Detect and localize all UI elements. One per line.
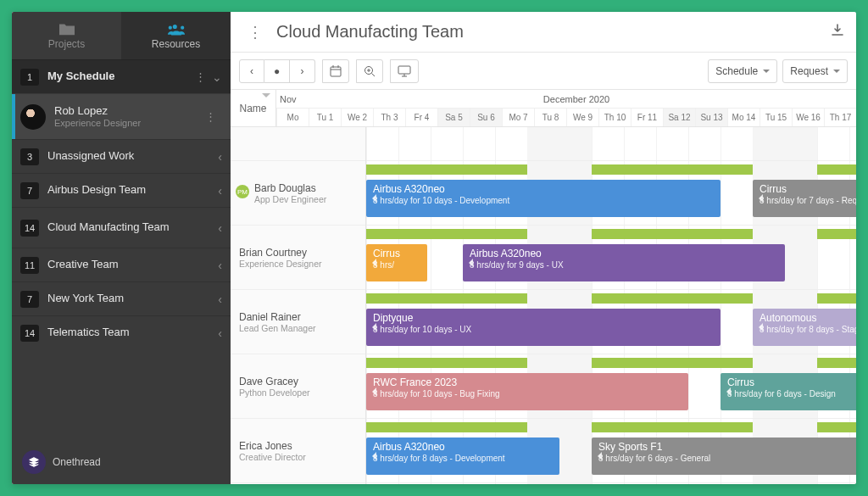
more-icon[interactable]: ⋮ xyxy=(205,110,217,123)
name-column-header[interactable]: Name xyxy=(231,90,276,126)
next-button[interactable]: › xyxy=(290,59,315,83)
availability-strip xyxy=(592,229,753,239)
day-header: Sa 5 xyxy=(437,109,470,126)
day-header: We 9 xyxy=(566,109,598,126)
page-title: Cloud Manufacting Team xyxy=(276,22,464,42)
resource-name-cell[interactable]: PMBarb DouglasApp Dev Engineer xyxy=(231,161,365,226)
prev-button[interactable]: ‹ xyxy=(239,59,264,83)
task-bar[interactable]: Airbus A320neo8 hrs/day for 10 days - De… xyxy=(366,180,721,217)
timeline-lane[interactable]: Diptyque8 hrs/day for 10 days - UXAutono… xyxy=(366,290,856,354)
badge: 14 xyxy=(20,220,39,237)
timeline-lane[interactable]: Airbus A320neo8 hrs/day for 8 days - Dev… xyxy=(366,419,856,483)
task-sub: 8 hrs/day for 7 days - Require xyxy=(760,196,856,206)
availability-strip xyxy=(366,422,527,432)
sidebar-item-label: Telematics Team xyxy=(47,326,218,339)
more-icon[interactable]: ⋮ xyxy=(242,23,268,42)
resource-name: Dave Gracey xyxy=(239,376,357,387)
tab-projects[interactable]: Projects xyxy=(12,12,121,59)
sidebar-item-label: Cloud Manufacting Team xyxy=(47,221,218,234)
badge: 11 xyxy=(20,257,39,274)
tab-projects-label: Projects xyxy=(48,38,85,50)
download-icon[interactable] xyxy=(831,24,844,41)
task-sub: 8 hrs/day for 10 days - Development xyxy=(373,196,714,206)
more-icon[interactable]: ⋮ xyxy=(195,70,207,83)
task-label: Cirrus xyxy=(727,377,856,389)
task-label: Sky Sports F1 xyxy=(598,442,856,454)
availability-strip xyxy=(592,293,753,304)
task-sub: 8 hrs/day for 6 days - General xyxy=(598,454,856,464)
resource-name: Erica Jones xyxy=(239,440,357,452)
task-label: RWC France 2023 xyxy=(373,377,682,389)
task-bar[interactable]: Airbus A320neo8 hrs/day for 9 days - UX xyxy=(463,244,785,281)
sidebar-item-creative[interactable]: 11 Creative Team ‹ xyxy=(12,248,231,281)
timeline-lane[interactable]: Cirrus8 hrs/Airbus A320neo8 hrs/day for … xyxy=(366,226,856,290)
day-header: Fr 4 xyxy=(405,109,437,126)
sidebar-item-newyork[interactable]: 7 New York Team ‹ xyxy=(12,281,231,315)
svg-rect-8 xyxy=(398,66,410,74)
task-bar[interactable]: Autonomous8 hrs/day for 8 days - Staging xyxy=(753,309,856,346)
my-schedule-label: My Schedule xyxy=(47,70,195,83)
task-label: Autonomous xyxy=(760,313,856,325)
resource-name-cell[interactable]: Erica JonesCreative Director xyxy=(231,419,365,483)
tab-resources[interactable]: Resources xyxy=(121,12,231,59)
task-bar[interactable]: Diptyque8 hrs/day for 10 days - UX xyxy=(366,309,721,346)
task-bar[interactable]: Cirrus8 hrs/day for 6 days - Design xyxy=(721,373,856,410)
availability-strip xyxy=(817,229,856,239)
task-bar[interactable]: Cirrus8 hrs/day for 7 days - Require xyxy=(753,180,856,217)
display-button[interactable] xyxy=(390,59,419,83)
task-label: Airbus A320neo xyxy=(470,248,778,260)
request-dropdown[interactable]: Request xyxy=(782,59,848,83)
task-label: Cirrus xyxy=(373,248,420,260)
day-header: Mo 14 xyxy=(727,109,760,126)
chevron-left-icon: ‹ xyxy=(218,221,222,235)
task-sub: 8 hrs/day for 10 days - Bug Fixing xyxy=(373,389,682,399)
task-sub: 8 hrs/day for 9 days - UX xyxy=(470,260,778,270)
chevron-down-icon[interactable]: ⌄ xyxy=(212,70,222,84)
day-header: Th 17 xyxy=(824,109,856,126)
calendar-button[interactable] xyxy=(322,59,349,83)
task-label: Airbus A320neo xyxy=(373,184,714,196)
resource-name-cell[interactable] xyxy=(231,127,365,161)
sidebar-item-airbus[interactable]: 7 Airbus Design Team ‹ xyxy=(12,173,231,207)
timeline-lane[interactable] xyxy=(366,127,856,161)
sidebar-item-label: Airbus Design Team xyxy=(47,184,218,197)
task-bar[interactable]: Sky Sports F18 hrs/day for 6 days - Gene… xyxy=(592,437,856,475)
chevron-left-icon: ‹ xyxy=(218,293,222,306)
sidebar-my-schedule[interactable]: 1 My Schedule ⋮ ⌄ xyxy=(12,59,231,93)
chevron-left-icon: ‹ xyxy=(218,259,222,272)
main: ⋮ Cloud Manufacting Team ‹ ● › xyxy=(231,12,856,484)
chevron-left-icon: ‹ xyxy=(218,150,222,164)
availability-strip xyxy=(366,164,527,175)
timeline-lane[interactable]: RWC France 20238 hrs/day for 10 days - B… xyxy=(366,354,856,419)
sidebar-user[interactable]: Rob Lopez Experience Designer ⋮ xyxy=(12,93,231,139)
day-header: Fr 11 xyxy=(631,109,663,126)
availability-strip xyxy=(366,358,527,368)
resource-name-cell[interactable]: Brian CourtneyExperience Designer xyxy=(231,226,365,290)
task-sub: 8 hrs/day for 10 days - UX xyxy=(373,325,714,335)
resource-name: Daniel Rainer xyxy=(239,311,357,323)
sidebar-item-cloud[interactable]: 14 Cloud Manufacting Team ‹ xyxy=(12,207,231,248)
pm-badge: PM xyxy=(236,185,249,198)
resource-name-cell[interactable]: Dave GraceyPython Developer xyxy=(231,354,365,419)
schedule-dropdown[interactable]: Schedule xyxy=(708,59,777,83)
task-bar[interactable]: Cirrus8 hrs/ xyxy=(366,244,427,281)
task-bar[interactable]: Airbus A320neo8 hrs/day for 8 days - Dev… xyxy=(366,437,559,475)
timeline-lanes[interactable]: Airbus A320neo8 hrs/day for 10 days - De… xyxy=(366,127,856,484)
toolbar: ‹ ● › Schedule Request xyxy=(231,53,856,90)
resource-name-cell[interactable]: Daniel RainerLead Gen Manager xyxy=(231,290,365,354)
resource-role: Experience Designer xyxy=(239,259,357,269)
chevron-left-icon: ‹ xyxy=(218,184,222,198)
timeline-lane[interactable]: Airbus A320neo8 hrs/day for 10 days - De… xyxy=(366,161,856,226)
task-label: Cirrus xyxy=(760,184,856,196)
day-header: Mo 7 xyxy=(502,109,534,126)
badge: 7 xyxy=(20,182,39,199)
chevron-left-icon: ‹ xyxy=(218,326,222,340)
sidebar-item-unassigned[interactable]: 3 Unassigned Work ‹ xyxy=(12,139,231,173)
day-header: Tu 1 xyxy=(309,109,341,126)
sidebar-item-telematics[interactable]: 14 Telematics Team ‹ xyxy=(12,315,231,349)
today-button[interactable]: ● xyxy=(264,59,290,83)
zoom-button[interactable] xyxy=(356,59,383,83)
task-sub: 8 hrs/day for 8 days - Staging xyxy=(760,325,856,335)
resource-role: Python Developer xyxy=(239,387,357,398)
task-bar[interactable]: RWC France 20238 hrs/day for 10 days - B… xyxy=(366,373,688,410)
